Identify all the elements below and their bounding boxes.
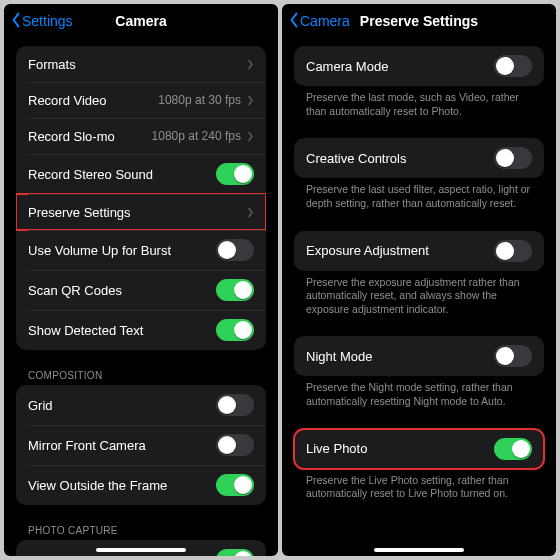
row-grid[interactable]: Grid [16,385,266,425]
page-title: Camera [115,13,166,29]
row-label: Creative Controls [306,151,494,166]
toggle-detected-text[interactable] [216,319,254,341]
row-value: 1080p at 30 fps [158,93,241,107]
back-label: Camera [300,13,350,29]
row-value: 1080p at 240 fps [152,129,241,143]
nav-bar: Camera Preserve Settings [282,4,556,38]
row-label: Use Volume Up for Burst [28,243,216,258]
row-label: Grid [28,398,216,413]
toggle-camera-mode[interactable] [494,55,532,77]
row-stereo-sound[interactable]: Record Stereo Sound [16,154,266,194]
row-label: Scan QR Codes [28,283,216,298]
camera-settings-screen: Settings Camera Formats Record Video 108… [4,4,278,556]
footer-exposure: Preserve the exposure adjustment rather … [294,271,544,317]
toggle-stereo-sound[interactable] [216,163,254,185]
toggle-volume-burst[interactable] [216,239,254,261]
row-label: Show Detected Text [28,323,216,338]
back-button[interactable]: Camera [288,12,350,31]
row-creative-controls[interactable]: Creative Controls [294,138,544,178]
row-label: Night Mode [306,349,494,364]
back-label: Settings [22,13,73,29]
footer-camera-mode: Preserve the last mode, such as Video, r… [294,86,544,118]
toggle-scan-qr[interactable] [216,279,254,301]
content: Camera Mode Preserve the last mode, such… [282,38,556,556]
toggle-exposure[interactable] [494,240,532,262]
chevron-left-icon [288,12,300,31]
row-label: Formats [28,57,247,72]
chevron-left-icon [10,12,22,31]
row-label: Camera Mode [306,59,494,74]
row-label: View Outside the Frame [28,478,216,493]
row-scan-qr[interactable]: Scan QR Codes [16,270,266,310]
chevron-right-icon [247,131,254,142]
chevron-right-icon [247,95,254,106]
footer-night: Preserve the Night mode setting, rather … [294,376,544,408]
row-camera-mode[interactable]: Camera Mode [294,46,544,86]
footer-creative: Preserve the last used filter, aspect ra… [294,178,544,210]
home-indicator[interactable] [96,548,186,552]
footer-live: Preserve the Live Photo setting, rather … [294,469,544,501]
chevron-right-icon [247,207,254,218]
toggle-creative-controls[interactable] [494,147,532,169]
home-indicator[interactable] [374,548,464,552]
page-title: Preserve Settings [360,13,478,29]
chevron-right-icon [247,59,254,70]
toggle-view-outside[interactable] [216,474,254,496]
row-label: Preserve Settings [28,205,247,220]
row-detected-text[interactable]: Show Detected Text [16,310,266,350]
group-header-composition: COMPOSITION [16,370,266,385]
row-live-photo[interactable]: Live Photo [294,429,544,469]
row-mirror-front[interactable]: Mirror Front Camera [16,425,266,465]
row-view-outside[interactable]: View Outside the Frame [16,465,266,505]
row-night-mode[interactable]: Night Mode [294,336,544,376]
row-label: Prioritise Faster Shooting [28,553,216,557]
row-label: Mirror Front Camera [28,438,216,453]
preserve-settings-screen: Camera Preserve Settings Camera Mode Pre… [282,4,556,556]
toggle-grid[interactable] [216,394,254,416]
row-exposure[interactable]: Exposure Adjustment [294,231,544,271]
row-record-video[interactable]: Record Video 1080p at 30 fps [16,82,266,118]
group-header-capture: PHOTO CAPTURE [16,525,266,540]
toggle-night-mode[interactable] [494,345,532,367]
toggle-live-photo[interactable] [494,438,532,460]
row-preserve-settings[interactable]: Preserve Settings [16,194,266,230]
row-label: Record Stereo Sound [28,167,216,182]
nav-bar: Settings Camera [4,4,278,38]
content: Formats Record Video 1080p at 30 fps Rec… [4,38,278,556]
back-button[interactable]: Settings [10,12,73,31]
row-label: Live Photo [306,441,494,456]
row-record-slomo[interactable]: Record Slo-mo 1080p at 240 fps [16,118,266,154]
row-formats[interactable]: Formats [16,46,266,82]
row-label: Record Slo-mo [28,129,152,144]
row-label: Record Video [28,93,158,108]
toggle-mirror-front[interactable] [216,434,254,456]
row-volume-burst[interactable]: Use Volume Up for Burst [16,230,266,270]
toggle-prioritise[interactable] [216,549,254,556]
row-label: Exposure Adjustment [306,243,494,258]
